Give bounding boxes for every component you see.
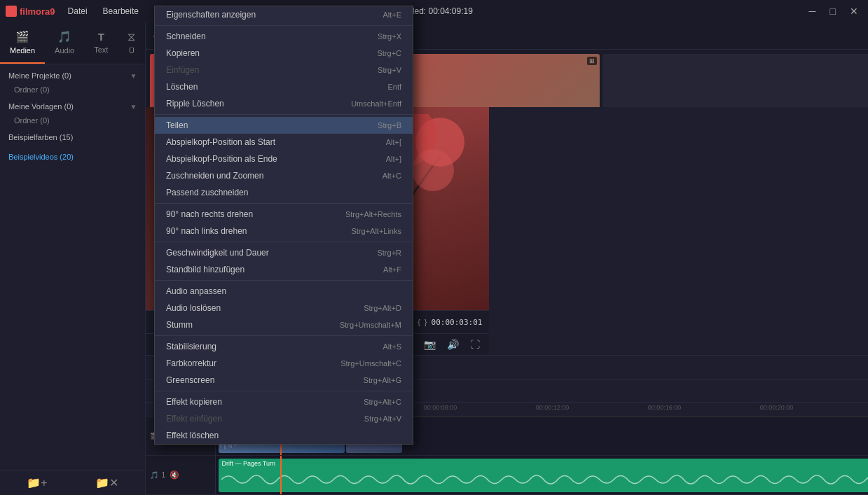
- tab-text-label: Text: [94, 46, 108, 54]
- audio-track-row: Drift — Pages Turn: [216, 456, 868, 495]
- fullscreen-button[interactable]: ⛶: [467, 337, 483, 352]
- context-menu-item-shortcut: Alt+C: [383, 172, 401, 180]
- delete-media-button[interactable]: 📁✕: [92, 473, 121, 492]
- context-menu-item[interactable]: StummStrg+Umschalt+M: [155, 316, 413, 333]
- context-menu-item[interactable]: Zuschneiden und ZoomenAlt+C: [155, 167, 413, 184]
- section-meine-projekte-header[interactable]: Meine Projekte (0) ▼: [3, 67, 142, 84]
- section-beispielfarben: Beispielfarben (15): [3, 129, 142, 146]
- context-menu-items: Eigenschaften anzeigenAlt+ESchneidenStrg…: [155, 6, 413, 444]
- context-menu-item-label: Teilen: [166, 120, 188, 130]
- ruler-mark-3: 00:00:12:00: [536, 404, 570, 411]
- app-name: filmora9: [20, 6, 55, 17]
- context-menu-item-shortcut: Strg+C: [377, 49, 401, 57]
- snapshot-button[interactable]: 📷: [420, 337, 439, 352]
- titlebar-left: filmora9 Datei Bearbeite: [6, 4, 146, 19]
- context-menu-item-shortcut: Strg+Alt+D: [364, 304, 401, 312]
- context-menu-item-label: Geschwindigkeit und Dauer: [166, 248, 269, 258]
- context-menu-item[interactable]: Standbild hinzufügenAlt+F: [155, 261, 413, 278]
- context-menu-separator: [155, 203, 413, 204]
- context-menu-item[interactable]: Passend zuschneiden: [155, 184, 413, 201]
- context-menu-item-label: Audio anpassen: [166, 286, 226, 296]
- minimize-button[interactable]: ─: [805, 4, 820, 18]
- context-menu-item-shortcut: Alt+E: [383, 11, 401, 19]
- tab-ubergange[interactable]: ⧖ Ü: [118, 22, 145, 64]
- svg-point-7: [412, 149, 454, 191]
- context-menu-item[interactable]: LöschenEntf: [155, 78, 413, 95]
- context-menu-item[interactable]: Abspielkopf-Position als StartAlt+[: [155, 134, 413, 151]
- context-menu-item[interactable]: Geschwindigkeit und DauerStrg+R: [155, 244, 413, 261]
- context-menu-item-label: Löschen: [166, 82, 198, 92]
- context-menu-item-shortcut: Alt+[: [386, 138, 401, 146]
- new-folder-button[interactable]: 📁+: [24, 473, 50, 492]
- context-menu-item[interactable]: GreenscreenStrg+Alt+G: [155, 372, 413, 389]
- context-menu-item[interactable]: TeilenStrg+B: [155, 117, 413, 134]
- context-menu-item[interactable]: StabilisierungAlt+S: [155, 338, 413, 355]
- context-menu-item[interactable]: Ripple LöschenUmschalt+Entf: [155, 95, 413, 112]
- tab-audio[interactable]: 🎵 Audio: [45, 22, 84, 64]
- audio-track-icon: 🎵: [150, 471, 158, 479]
- tab-ubergange-label: Ü: [129, 46, 135, 55]
- context-menu-item-label: Audio loslösen: [166, 303, 221, 313]
- context-menu-item-label: 90° nach rechts drehen: [166, 209, 253, 219]
- in-point-icon: {: [418, 318, 420, 326]
- ubergange-icon: ⧖: [128, 31, 135, 43]
- menu-bearbeite[interactable]: Bearbeite: [96, 4, 146, 19]
- tab-medien-label: Medien: [10, 46, 35, 55]
- volume-button[interactable]: 🔊: [443, 337, 462, 352]
- context-menu-item-label: Einfügen: [166, 65, 199, 75]
- context-menu-item[interactable]: 90° nach rechts drehenStrg+Alt+Rechts: [155, 206, 413, 223]
- section-meine-projekte: Meine Projekte (0) ▼ Ordner (0): [3, 67, 142, 95]
- context-menu-item[interactable]: 90° nach links drehenStrg+Alt+Links: [155, 223, 413, 239]
- context-menu-item[interactable]: SchneidenStrg+X: [155, 28, 413, 45]
- context-menu-item-label: Schneiden: [166, 32, 206, 41]
- context-menu-item-label: Eigenschaften anzeigen: [166, 10, 256, 20]
- section-meine-vorlagen: Meine Vorlagen (0) ▼ Ordner (0): [3, 98, 142, 126]
- context-menu-item[interactable]: Effekt kopierenStrg+Alt+C: [155, 393, 413, 410]
- context-menu-item-label: 90° nach links drehen: [166, 226, 247, 236]
- context-menu-item-label: Zuschneiden und Zoomen: [166, 171, 263, 181]
- context-menu-separator: [155, 114, 413, 115]
- section-beispielfarben-label: Beispielfarben (15): [8, 133, 73, 141]
- context-menu-item[interactable]: Audio loslösenStrg+Alt+D: [155, 300, 413, 316]
- window-controls: ─ □ ✕: [805, 4, 862, 18]
- main-area: 🎬 Medien 🎵 Audio T Text ⧖ Ü Meine Projek…: [0, 22, 868, 495]
- context-menu-item-label: Abspielkopf-Position als Ende: [166, 154, 277, 164]
- medien-icon: 🎬: [15, 30, 29, 43]
- section-meine-vorlagen-header[interactable]: Meine Vorlagen (0) ▼: [3, 98, 142, 115]
- context-menu-item[interactable]: Effekt löschen: [155, 427, 413, 444]
- titlebar: filmora9 Datei Bearbeite Untitled: 00:04…: [0, 0, 868, 22]
- menu-datei[interactable]: Datei: [61, 4, 95, 19]
- context-menu-item-shortcut: Strg+Alt+Rechts: [345, 210, 401, 218]
- context-menu-item-shortcut: Strg+X: [378, 32, 401, 41]
- context-menu-item[interactable]: Abspielkopf-Position als EndeAlt+]: [155, 151, 413, 167]
- context-menu-item-label: Effekt einfügen: [166, 414, 222, 424]
- section-beispielvideos: Beispielvideos (20): [3, 148, 142, 165]
- context-menu-item-shortcut: Umschalt+Entf: [351, 99, 401, 108]
- context-menu: Eigenschaften anzeigenAlt+ESchneidenStrg…: [154, 6, 413, 445]
- context-menu-item-label: Passend zuschneiden: [166, 188, 248, 197]
- audio-icon: 🎵: [57, 30, 71, 43]
- audio-mute-button[interactable]: 🔇: [168, 470, 181, 480]
- context-menu-item[interactable]: Eigenschaften anzeigenAlt+E: [155, 6, 413, 23]
- context-menu-item[interactable]: FarbkorrekturStrg+Umschalt+C: [155, 355, 413, 372]
- media-thumb-1[interactable]: [602, 54, 868, 107]
- context-menu-item[interactable]: KopierenStrg+C: [155, 45, 413, 62]
- context-menu-item[interactable]: Audio anpassen: [155, 283, 413, 300]
- tab-text[interactable]: T Text: [84, 22, 118, 64]
- context-menu-separator: [155, 280, 413, 281]
- context-menu-item-label: Stumm: [166, 320, 193, 330]
- section-beispielvideos-label[interactable]: Beispielvideos (20): [8, 153, 74, 161]
- media-panel: Meine Projekte (0) ▼ Ordner (0) Meine Vo…: [0, 64, 145, 470]
- close-button[interactable]: ✕: [846, 4, 862, 18]
- tab-medien[interactable]: 🎬 Medien: [0, 22, 45, 64]
- track-controls-audio: 🔇: [168, 470, 181, 480]
- import-buttons: 📁+ 📁✕: [0, 470, 145, 495]
- ruler-mark-5: 00:00:20:00: [760, 404, 794, 411]
- section-beispielvideos-header[interactable]: Beispielvideos (20): [3, 148, 142, 165]
- maximize-button[interactable]: □: [826, 4, 840, 18]
- audio-clip-1[interactable]: Drift — Pages Turn: [219, 459, 868, 492]
- section-beispielfarben-header[interactable]: Beispielfarben (15): [3, 129, 142, 146]
- context-menu-item-label: Kopieren: [166, 48, 200, 58]
- context-menu-item-shortcut: Strg+Alt+C: [364, 398, 401, 406]
- track-label-audio-1: 🎵 1 🔇: [146, 456, 215, 495]
